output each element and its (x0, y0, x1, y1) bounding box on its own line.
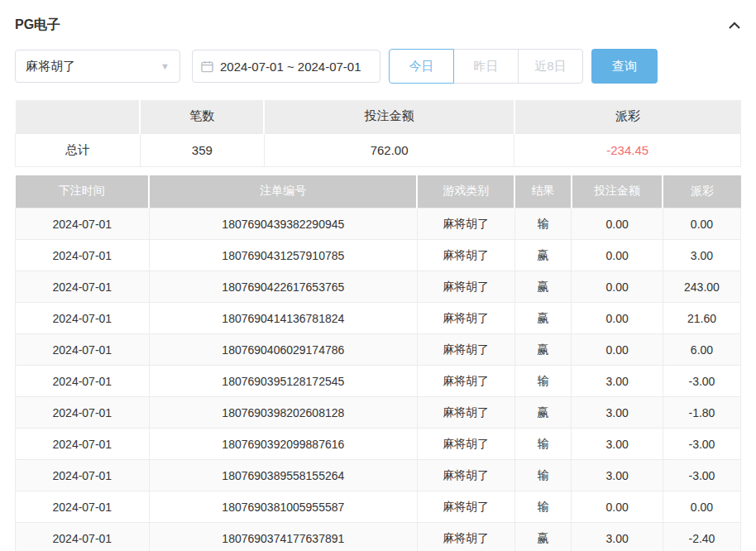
cell-game-type: 麻将胡了 (417, 208, 514, 240)
cell-bet-amount: 0.00 (572, 491, 663, 523)
cell-payout: -3.00 (663, 460, 740, 491)
cell-bet-time: 2024-07-01 (16, 429, 150, 460)
date-range-value: 2024-07-01 ~ 2024-07-01 (220, 60, 361, 74)
summary-payout: -234.45 (514, 133, 741, 166)
chevron-down-icon: ▼ (160, 61, 170, 71)
cell-payout: 0.00 (663, 208, 740, 240)
cell-result: 输 (514, 429, 572, 460)
cell-game-type: 麻将胡了 (417, 460, 514, 491)
cell-bet-amount: 3.00 (572, 366, 663, 397)
cell-bet-time: 2024-07-01 (16, 491, 150, 523)
chevron-up-icon (728, 19, 741, 32)
cell-bet-amount: 0.00 (572, 240, 663, 271)
game-select[interactable]: 麻将胡了 ▼ (15, 50, 180, 83)
cell-bet-time: 2024-07-01 (16, 460, 150, 491)
summary-header-cell-0 (16, 100, 141, 133)
cell-bet-time: 2024-07-01 (16, 303, 150, 334)
cell-bet-time: 2024-07-01 (16, 523, 150, 551)
cell-bet-id: 1807690395128172545 (149, 366, 417, 397)
cell-game-type: 麻将胡了 (417, 334, 514, 366)
cell-bet-id: 1807690414136781824 (149, 303, 417, 334)
table-row: 2024-07-011807690392099887616麻将胡了输3.00-3… (16, 429, 741, 460)
cell-bet-id: 1807690422617653765 (149, 271, 417, 303)
table-row: 2024-07-011807690398202608128麻将胡了赢3.00-1… (16, 397, 741, 429)
cell-bet-time: 2024-07-01 (16, 334, 150, 366)
cell-bet-amount: 3.00 (572, 460, 663, 491)
cell-bet-id: 1807690406029174786 (149, 334, 417, 366)
cell-bet-id: 1807690431257910785 (149, 240, 417, 271)
table-row: 2024-07-011807690395128172545麻将胡了输3.00-3… (16, 366, 741, 397)
date-range-input[interactable]: 2024-07-01 ~ 2024-07-01 (192, 50, 380, 83)
cell-bet-time: 2024-07-01 (16, 397, 150, 429)
cell-bet-id: 1807690392099887616 (149, 429, 417, 460)
cell-bet-id: 1807690439382290945 (149, 208, 417, 240)
cell-result: 赢 (514, 303, 572, 334)
cell-bet-time: 2024-07-01 (16, 366, 150, 397)
cell-payout: 21.60 (663, 303, 740, 334)
summary-total-row: 总计 359 762.00 -234.45 (16, 133, 741, 166)
cell-game-type: 麻将胡了 (417, 491, 514, 523)
summary-header-row: 笔数投注金额派彩 (16, 100, 741, 133)
cell-bet-amount: 0.00 (572, 303, 663, 334)
collapse-button[interactable] (728, 19, 741, 32)
header-bet-id: 注单编号 (149, 175, 417, 208)
cell-result: 赢 (514, 523, 572, 551)
cell-bet-time: 2024-07-01 (16, 240, 150, 271)
header-bet-time: 下注时间 (16, 175, 150, 208)
cell-bet-amount: 3.00 (572, 397, 663, 429)
cell-result: 赢 (514, 240, 572, 271)
cell-result: 输 (514, 491, 572, 523)
table-row: 2024-07-011807690406029174786麻将胡了赢0.006.… (16, 334, 741, 366)
search-button[interactable]: 查询 (591, 49, 658, 84)
header-result: 结果 (514, 175, 572, 208)
cell-result: 赢 (514, 271, 572, 303)
cell-payout: -3.00 (663, 429, 740, 460)
cell-game-type: 麻将胡了 (417, 271, 514, 303)
table-row: 2024-07-011807690381005955587麻将胡了输0.000.… (16, 491, 741, 523)
table-row: 2024-07-011807690374177637891麻将胡了赢3.00-2… (16, 523, 741, 551)
cell-bet-id: 1807690389558155264 (149, 460, 417, 491)
summary-header-cell-1: 笔数 (140, 100, 264, 133)
cell-bet-id: 1807690374177637891 (149, 523, 417, 551)
cell-bet-amount: 0.00 (572, 334, 663, 366)
cell-game-type: 麻将胡了 (417, 366, 514, 397)
cell-bet-time: 2024-07-01 (16, 271, 150, 303)
summary-header-cell-3: 派彩 (514, 100, 741, 133)
quick-range-button-2[interactable]: 近8日 (518, 49, 583, 84)
cell-bet-time: 2024-07-01 (16, 208, 150, 240)
cell-bet-amount: 3.00 (572, 523, 663, 551)
header-bet-amount: 投注金额 (572, 175, 663, 208)
cell-bet-amount: 0.00 (572, 208, 663, 240)
cell-payout: -2.40 (663, 523, 740, 551)
cell-payout: -3.00 (663, 366, 740, 397)
calendar-icon (201, 60, 213, 73)
cell-payout: 243.00 (663, 271, 740, 303)
quick-range-button-0[interactable]: 今日 (389, 49, 454, 84)
cell-result: 赢 (514, 334, 572, 366)
quick-range-button-1[interactable]: 昨日 (453, 49, 519, 84)
cell-result: 输 (514, 366, 572, 397)
panel-header: PG电子 (15, 0, 741, 41)
header-game-type: 游戏类别 (417, 175, 514, 208)
table-row: 2024-07-011807690422617653765麻将胡了赢0.0024… (16, 271, 741, 303)
filter-bar: 麻将胡了 ▼ 2024-07-01 ~ 2024-07-01 今日昨日近8日 查… (15, 49, 741, 84)
cell-bet-amount: 3.00 (572, 429, 663, 460)
panel-title: PG电子 (15, 17, 60, 34)
game-select-value: 麻将胡了 (26, 59, 75, 74)
summary-count: 359 (140, 133, 264, 166)
cell-game-type: 麻将胡了 (417, 303, 514, 334)
summary-bet-amount: 762.00 (264, 133, 514, 166)
cell-result: 赢 (514, 397, 572, 429)
cell-bet-amount: 0.00 (572, 271, 663, 303)
cell-game-type: 麻将胡了 (417, 240, 514, 271)
table-row: 2024-07-011807690414136781824麻将胡了赢0.0021… (16, 303, 741, 334)
game-record-panel: PG电子 麻将胡了 ▼ 2024-07-01 ~ 2024-07-01 今日昨日… (0, 0, 756, 551)
cell-payout: -1.80 (663, 397, 740, 429)
bet-table-body: 2024-07-011807690439382290945麻将胡了输0.000.… (16, 208, 741, 551)
cell-game-type: 麻将胡了 (417, 523, 514, 551)
table-row: 2024-07-011807690431257910785麻将胡了赢0.003.… (16, 240, 741, 271)
header-payout: 派彩 (663, 175, 740, 208)
bet-table-header-row: 下注时间注单编号游戏类别结果投注金额派彩 (16, 175, 741, 208)
cell-payout: 6.00 (663, 334, 740, 366)
cell-bet-id: 1807690381005955587 (149, 491, 417, 523)
